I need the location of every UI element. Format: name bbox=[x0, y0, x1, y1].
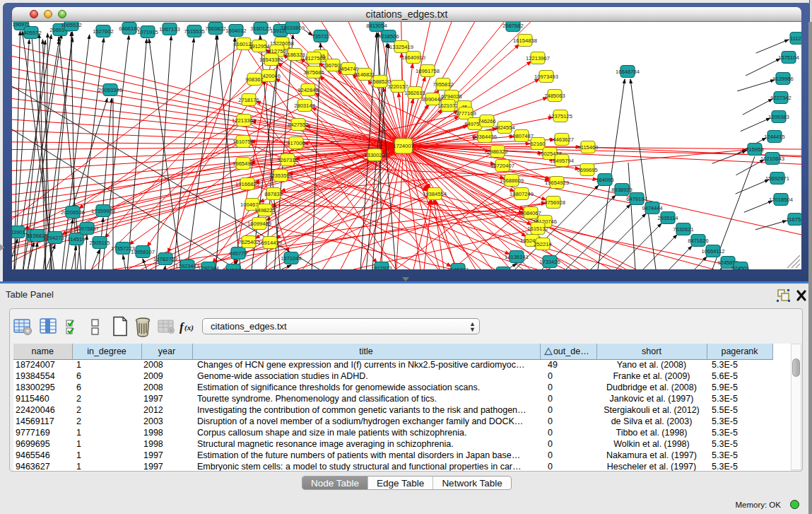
svg-text:3220157: 3220157 bbox=[387, 83, 408, 90]
svg-text:10958107: 10958107 bbox=[131, 249, 155, 255]
svg-text:20206576: 20206576 bbox=[61, 209, 85, 216]
svg-text:735722: 735722 bbox=[312, 33, 329, 40]
svg-text:1065532: 1065532 bbox=[61, 22, 82, 28]
svg-text:3160123: 3160123 bbox=[250, 25, 271, 32]
svg-text:2803144: 2803144 bbox=[294, 103, 315, 109]
svg-text:10654112: 10654112 bbox=[701, 248, 724, 255]
svg-text:2505115: 2505115 bbox=[90, 240, 110, 246]
svg-text:6479197: 6479197 bbox=[626, 196, 647, 202]
svg-text:1621072: 1621072 bbox=[437, 103, 459, 109]
svg-text:8813054: 8813054 bbox=[366, 23, 387, 29]
svg-text:10807487: 10807487 bbox=[510, 133, 534, 139]
svg-text:3824554: 3824554 bbox=[494, 124, 515, 131]
svg-text:20053346: 20053346 bbox=[98, 87, 122, 93]
svg-text:417006: 417006 bbox=[287, 140, 305, 146]
svg-text:1071915: 1071915 bbox=[137, 29, 158, 35]
svg-text:9129966: 9129966 bbox=[772, 76, 794, 82]
svg-text:908367: 908367 bbox=[245, 76, 263, 83]
svg-text:10973493: 10973493 bbox=[534, 74, 558, 80]
svg-text:252214: 252214 bbox=[534, 241, 551, 247]
svg-text:1498222: 1498222 bbox=[254, 207, 276, 214]
svg-text:8938923: 8938923 bbox=[611, 187, 632, 193]
svg-text:114519: 114519 bbox=[68, 236, 86, 243]
svg-text:9777169: 9777169 bbox=[455, 110, 476, 117]
svg-text:17018504: 17018504 bbox=[769, 197, 793, 203]
svg-text:6794028: 6794028 bbox=[441, 93, 462, 100]
svg-text:1575104: 1575104 bbox=[778, 54, 799, 61]
svg-text:1812923: 1812923 bbox=[371, 265, 392, 269]
svg-text:7955812: 7955812 bbox=[433, 81, 454, 88]
svg-text:16210643: 16210643 bbox=[760, 156, 784, 162]
svg-text:16099489: 16099489 bbox=[247, 221, 271, 227]
svg-text:924501: 924501 bbox=[731, 265, 749, 269]
svg-text:30975887: 30975887 bbox=[75, 226, 99, 232]
svg-text:7515535: 7515535 bbox=[184, 28, 205, 35]
svg-text:16648784: 16648784 bbox=[616, 69, 640, 75]
svg-text:16033809: 16033809 bbox=[281, 25, 305, 31]
svg-text:1405572: 1405572 bbox=[20, 30, 42, 36]
svg-text:9474444: 9474444 bbox=[642, 205, 663, 211]
svg-text:7632621: 7632621 bbox=[673, 226, 694, 233]
svg-text:164095: 164095 bbox=[596, 177, 613, 183]
svg-text:9242848: 9242848 bbox=[298, 87, 319, 93]
svg-text:3267310: 3267310 bbox=[277, 157, 298, 163]
svg-text:7625402: 7625402 bbox=[238, 239, 259, 245]
svg-text:1292344: 1292344 bbox=[198, 265, 219, 269]
svg-text:9218506: 9218506 bbox=[378, 33, 399, 40]
svg-text:12353594: 12353594 bbox=[269, 173, 293, 179]
svg-text:1610755: 1610755 bbox=[233, 139, 254, 145]
svg-text:1244415: 1244415 bbox=[764, 134, 785, 140]
svg-text:19756928: 19756928 bbox=[541, 199, 565, 206]
svg-text:62160: 62160 bbox=[530, 141, 545, 147]
svg-text:20364436: 20364436 bbox=[473, 134, 497, 140]
svg-text:3875685: 3875685 bbox=[303, 69, 324, 76]
svg-text:9227342: 9227342 bbox=[770, 95, 792, 101]
svg-text:15720407: 15720407 bbox=[490, 163, 514, 169]
svg-text:8471626: 8471626 bbox=[688, 238, 709, 244]
svg-text:1604012: 1604012 bbox=[225, 28, 247, 34]
svg-text:2935114: 2935114 bbox=[658, 215, 678, 221]
svg-text:13325419: 13325419 bbox=[389, 44, 413, 50]
svg-text:14463627: 14463627 bbox=[550, 136, 574, 143]
svg-text:9146821: 9146821 bbox=[354, 71, 375, 78]
svg-text:9245012: 9245012 bbox=[223, 267, 244, 269]
svg-text:12923443: 12923443 bbox=[175, 263, 199, 269]
svg-text:1965492: 1965492 bbox=[233, 160, 254, 167]
svg-text:945779: 945779 bbox=[229, 250, 247, 257]
svg-text:2986322: 2986322 bbox=[487, 148, 508, 155]
svg-text:887833: 887833 bbox=[264, 191, 282, 197]
svg-text:19654923: 19654923 bbox=[545, 180, 569, 186]
svg-text:33901: 33901 bbox=[12, 229, 25, 235]
svg-text:1615132: 1615132 bbox=[527, 226, 548, 232]
svg-text:14136141: 14136141 bbox=[505, 254, 529, 260]
svg-text:(x): (x) bbox=[184, 323, 194, 332]
svg-text:18640910: 18640910 bbox=[401, 54, 425, 61]
svg-text:0699695: 0699695 bbox=[577, 167, 598, 173]
svg-text:19384554: 19384554 bbox=[423, 191, 447, 197]
svg-text:16154838: 16154838 bbox=[513, 37, 537, 44]
svg-text:18495794: 18495794 bbox=[550, 158, 574, 164]
svg-text:12213967: 12213967 bbox=[526, 55, 550, 62]
svg-text:7663822: 7663822 bbox=[205, 25, 226, 32]
svg-text:12375125: 12375125 bbox=[548, 113, 572, 119]
svg-text:16914479: 16914479 bbox=[258, 240, 282, 246]
svg-text:15692971: 15692971 bbox=[765, 175, 789, 182]
svg-text:16961758: 16961758 bbox=[416, 68, 440, 74]
svg-text:12213363: 12213363 bbox=[232, 117, 256, 124]
svg-text:1724007: 1724007 bbox=[393, 143, 414, 149]
svg-text:1733426: 1733426 bbox=[539, 259, 560, 265]
svg-text:19166825: 19166825 bbox=[235, 181, 259, 187]
svg-text:1330023: 1330023 bbox=[364, 152, 385, 158]
svg-text:18807249: 18807249 bbox=[510, 191, 534, 197]
svg-text:9115460: 9115460 bbox=[578, 144, 599, 151]
svg-text:746266: 746266 bbox=[478, 118, 495, 124]
svg-text:17359938: 17359938 bbox=[91, 208, 115, 214]
svg-text:116753: 116753 bbox=[787, 216, 801, 223]
svg-text:7485063: 7485063 bbox=[544, 93, 565, 99]
svg-text:1362615: 1362615 bbox=[404, 90, 425, 96]
svg-text:1067133: 1067133 bbox=[159, 26, 180, 33]
svg-text:1571048: 1571048 bbox=[281, 255, 302, 262]
svg-text:1046893: 1046893 bbox=[447, 267, 469, 269]
svg-text:12942737: 12942737 bbox=[43, 235, 67, 241]
svg-text:8990448: 8990448 bbox=[422, 96, 443, 103]
